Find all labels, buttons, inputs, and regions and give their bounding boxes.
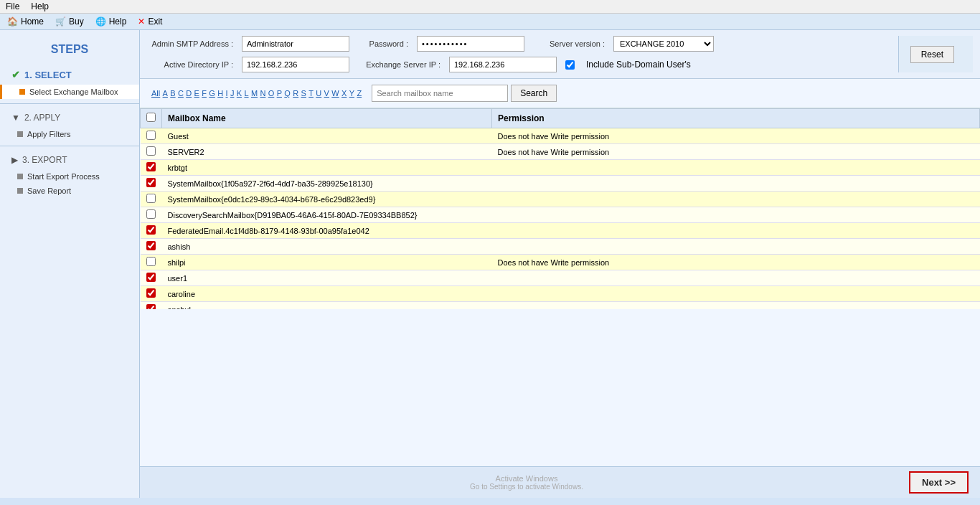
sidebar-step3[interactable]: ▶ 3. EXPORT [0, 151, 139, 169]
toolbar-home[interactable]: 🏠 Home [7, 16, 44, 27]
sidebar-step2[interactable]: ▼ 2. APPLY [0, 108, 139, 127]
subdomain-checkbox[interactable] [565, 60, 575, 70]
step3-arrow: ▶ [11, 155, 18, 165]
row-checkbox[interactable] [146, 257, 156, 266]
step2-arrow: ▼ [11, 113, 20, 123]
bottom-bar: Activate Windows Go to Settings to activ… [140, 466, 980, 498]
activate-windows-text: Activate Windows Go to Settings to activ… [151, 474, 902, 491]
alpha-link-d[interactable]: D [186, 89, 192, 98]
row-checkbox[interactable] [146, 178, 156, 187]
alpha-link-z[interactable]: Z [357, 89, 362, 98]
alpha-link-t[interactable]: T [308, 89, 314, 98]
row-checkbox[interactable] [146, 146, 156, 156]
row-mailbox-name: DiscoverySearchMailbox{D919BA05-46A6-415… [162, 207, 492, 223]
alpha-link-f[interactable]: F [202, 89, 207, 98]
table-row: anshul [141, 302, 980, 310]
row-permission [492, 286, 980, 302]
col-checkbox-header[interactable] [141, 109, 162, 128]
row-checkbox[interactable] [146, 162, 156, 171]
alpha-link-s[interactable]: S [301, 89, 306, 98]
password-input[interactable] [417, 36, 524, 52]
alpha-link-o[interactable]: O [268, 89, 275, 98]
step1-sub-label: Select Exchange Mailbox [29, 88, 118, 96]
next-button[interactable]: Next >> [909, 471, 969, 494]
admin-smtp-input[interactable] [242, 36, 349, 52]
row-checkbox-cell[interactable] [141, 176, 162, 192]
menu-file[interactable]: File [6, 1, 19, 11]
row-checkbox-cell[interactable] [141, 223, 162, 239]
alpha-link-k[interactable]: K [237, 89, 242, 98]
row-checkbox[interactable] [146, 241, 156, 250]
table-row: SystemMailbox{e0dc1c29-89c3-4034-b678-e6… [141, 192, 980, 207]
row-permission [492, 302, 980, 310]
table-row: FederatedEmail.4c1f4d8b-8179-4148-93bf-0… [141, 223, 980, 239]
alpha-link-r[interactable]: R [293, 89, 298, 98]
row-checkbox[interactable] [146, 225, 156, 235]
exchange-server-label: Exchange Server IP : [358, 60, 440, 69]
sidebar-step3-sub1[interactable]: Start Export Process [0, 169, 139, 184]
toolbar-exit[interactable]: ✕ Exit [138, 16, 162, 27]
divider2 [0, 146, 139, 146]
admin-smtp-label: Admin SMTP Address : [147, 39, 233, 48]
select-all-checkbox[interactable] [146, 113, 156, 122]
search-input[interactable] [372, 85, 508, 102]
alpha-link-w[interactable]: W [331, 89, 339, 98]
row-checkbox-cell[interactable] [141, 255, 162, 270]
sidebar: STEPS ✔ 1. SELECT Select Exchange Mailbo… [0, 30, 140, 498]
sidebar-step2-sub[interactable]: Apply Filters [0, 127, 139, 141]
content-area: Admin SMTP Address : Password : Server v… [140, 30, 980, 498]
scroll-area[interactable]: Mailbox Name Permission GuestDoes not ha… [140, 108, 980, 309]
menu-help[interactable]: Help [31, 1, 49, 11]
table-row: DiscoverySearchMailbox{D919BA05-46A6-415… [141, 207, 980, 223]
sidebar-step1-sub[interactable]: Select Exchange Mailbox [0, 85, 139, 99]
exchange-server-input[interactable] [449, 57, 557, 72]
alpha-link-c[interactable]: C [178, 89, 184, 98]
row-checkbox[interactable] [146, 209, 156, 219]
toolbar-buy[interactable]: 🛒 Buy [55, 16, 84, 27]
row-checkbox[interactable] [146, 131, 156, 140]
alpha-link-g[interactable]: G [209, 89, 215, 98]
row-checkbox[interactable] [146, 194, 156, 203]
row-checkbox-cell[interactable] [141, 128, 162, 144]
row-checkbox-cell[interactable] [141, 160, 162, 176]
alpha-link-y[interactable]: Y [349, 89, 354, 98]
row-checkbox-cell[interactable] [141, 270, 162, 286]
step2-sub-label: Apply Filters [27, 130, 71, 138]
row-checkbox-cell[interactable] [141, 286, 162, 302]
alpha-link-a[interactable]: A [163, 89, 168, 98]
row-checkbox-cell[interactable] [141, 207, 162, 223]
sidebar-step1[interactable]: ✔ 1. SELECT [0, 65, 139, 85]
row-mailbox-name: krbtgt [162, 160, 492, 176]
table-row: GuestDoes not have Write permission [141, 128, 980, 144]
alpha-link-q[interactable]: Q [284, 89, 291, 98]
alpha-link-p[interactable]: P [277, 89, 282, 98]
row-checkbox-cell[interactable] [141, 144, 162, 160]
toolbar: 🏠 Home 🛒 Buy 🌐 Help ✕ Exit [0, 14, 980, 30]
alpha-link-v[interactable]: V [324, 89, 329, 98]
alpha-link-b[interactable]: B [170, 89, 175, 98]
toolbar-help[interactable]: 🌐 Help [95, 16, 127, 27]
row-checkbox-cell[interactable] [141, 302, 162, 310]
step3-sub1-label: Start Export Process [27, 172, 100, 181]
alpha-link-m[interactable]: M [251, 89, 258, 98]
row-checkbox[interactable] [146, 273, 156, 282]
search-button[interactable]: Search [511, 85, 557, 102]
row-mailbox-name: user1 [162, 270, 492, 286]
row-checkbox-cell[interactable] [141, 239, 162, 255]
row-permission: Does not have Write permission [492, 128, 980, 144]
col-permission-header: Permission [492, 109, 980, 128]
row-checkbox[interactable] [146, 304, 156, 309]
gray-square-icon2 [17, 174, 23, 179]
sidebar-step3-sub2[interactable]: Save Report [0, 184, 139, 198]
active-dir-input[interactable] [242, 57, 349, 72]
row-checkbox[interactable] [146, 288, 156, 298]
reset-button[interactable]: Reset [910, 46, 954, 63]
row-checkbox-cell[interactable] [141, 192, 162, 207]
row-mailbox-name: caroline [162, 286, 492, 302]
alpha-link-e[interactable]: E [194, 89, 199, 98]
active-dir-label: Active Directory IP : [147, 60, 233, 69]
alpha-link-l[interactable]: L [244, 89, 248, 98]
alpha-link-h[interactable]: H [217, 89, 223, 98]
server-version-select[interactable]: EXCHANGE 2010 [613, 36, 714, 52]
alpha-link-all[interactable]: All [151, 89, 160, 98]
